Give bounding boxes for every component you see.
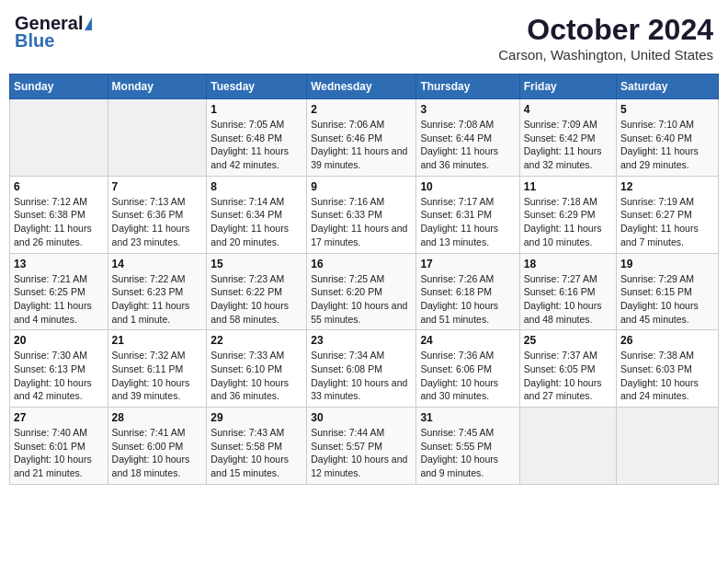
day-number: 27 xyxy=(14,411,104,424)
day-detail: Sunrise: 7:18 AM Sunset: 6:29 PM Dayligh… xyxy=(524,195,612,249)
day-number: 23 xyxy=(311,334,412,347)
calendar-cell: 25Sunrise: 7:37 AM Sunset: 6:05 PM Dayli… xyxy=(519,330,616,408)
day-number: 28 xyxy=(112,411,203,424)
calendar-cell: 26Sunrise: 7:38 AM Sunset: 6:03 PM Dayli… xyxy=(617,330,719,408)
calendar-cell: 4Sunrise: 7:09 AM Sunset: 6:42 PM Daylig… xyxy=(519,99,616,177)
day-detail: Sunrise: 7:26 AM Sunset: 6:18 PM Dayligh… xyxy=(420,272,515,327)
week-row-4: 20Sunrise: 7:30 AM Sunset: 6:13 PM Dayli… xyxy=(10,330,719,408)
day-number: 3 xyxy=(420,103,515,116)
day-number: 21 xyxy=(112,334,203,347)
calendar-cell: 16Sunrise: 7:25 AM Sunset: 6:20 PM Dayli… xyxy=(307,253,416,330)
day-number: 17 xyxy=(420,258,515,270)
day-detail: Sunrise: 7:44 AM Sunset: 5:57 PM Dayligh… xyxy=(311,426,412,480)
day-detail: Sunrise: 7:29 AM Sunset: 6:15 PM Dayligh… xyxy=(620,272,714,327)
title-block: October 2024 Carson, Washington, United … xyxy=(498,13,713,63)
day-number: 25 xyxy=(524,334,612,347)
day-number: 31 xyxy=(420,411,515,424)
day-number: 4 xyxy=(524,103,612,116)
day-detail: Sunrise: 7:32 AM Sunset: 6:11 PM Dayligh… xyxy=(112,349,203,403)
day-detail: Sunrise: 7:12 AM Sunset: 6:38 PM Dayligh… xyxy=(14,195,104,249)
day-number: 24 xyxy=(420,334,515,347)
logo-triangle-icon xyxy=(85,17,92,30)
day-detail: Sunrise: 7:40 AM Sunset: 6:01 PM Dayligh… xyxy=(14,426,104,480)
calendar-cell xyxy=(519,408,616,485)
header-day-friday: Friday xyxy=(519,75,616,99)
page-header: General Blue October 2024 Carson, Washin… xyxy=(9,9,719,66)
day-number: 6 xyxy=(14,180,104,193)
day-detail: Sunrise: 7:38 AM Sunset: 6:03 PM Dayligh… xyxy=(620,349,714,403)
calendar-cell: 23Sunrise: 7:34 AM Sunset: 6:08 PM Dayli… xyxy=(307,330,416,408)
day-detail: Sunrise: 7:27 AM Sunset: 6:16 PM Dayligh… xyxy=(524,272,612,327)
day-detail: Sunrise: 7:25 AM Sunset: 6:20 PM Dayligh… xyxy=(311,272,412,327)
day-number: 13 xyxy=(14,258,104,270)
day-detail: Sunrise: 7:36 AM Sunset: 6:06 PM Dayligh… xyxy=(420,349,515,403)
day-detail: Sunrise: 7:30 AM Sunset: 6:13 PM Dayligh… xyxy=(14,349,104,403)
week-row-5: 27Sunrise: 7:40 AM Sunset: 6:01 PM Dayli… xyxy=(10,408,719,485)
day-detail: Sunrise: 7:22 AM Sunset: 6:23 PM Dayligh… xyxy=(112,272,203,327)
calendar-cell: 19Sunrise: 7:29 AM Sunset: 6:15 PM Dayli… xyxy=(617,253,719,330)
header-day-tuesday: Tuesday xyxy=(207,75,307,99)
day-detail: Sunrise: 7:06 AM Sunset: 6:46 PM Dayligh… xyxy=(311,118,412,172)
calendar-cell: 13Sunrise: 7:21 AM Sunset: 6:25 PM Dayli… xyxy=(10,253,108,330)
week-row-1: 1Sunrise: 7:05 AM Sunset: 6:48 PM Daylig… xyxy=(10,99,719,177)
logo: General Blue xyxy=(15,13,92,52)
calendar-cell: 8Sunrise: 7:14 AM Sunset: 6:34 PM Daylig… xyxy=(207,176,307,253)
calendar-cell: 2Sunrise: 7:06 AM Sunset: 6:46 PM Daylig… xyxy=(307,99,416,177)
day-detail: Sunrise: 7:08 AM Sunset: 6:44 PM Dayligh… xyxy=(420,118,515,172)
day-number: 14 xyxy=(112,258,203,270)
day-detail: Sunrise: 7:13 AM Sunset: 6:36 PM Dayligh… xyxy=(112,195,203,249)
day-number: 5 xyxy=(620,103,714,116)
day-detail: Sunrise: 7:43 AM Sunset: 5:58 PM Dayligh… xyxy=(210,426,302,480)
calendar-cell: 24Sunrise: 7:36 AM Sunset: 6:06 PM Dayli… xyxy=(416,330,519,408)
calendar-cell: 7Sunrise: 7:13 AM Sunset: 6:36 PM Daylig… xyxy=(108,176,207,253)
calendar-cell: 12Sunrise: 7:19 AM Sunset: 6:27 PM Dayli… xyxy=(617,176,719,253)
day-number: 18 xyxy=(524,258,612,270)
day-number: 7 xyxy=(112,180,203,193)
calendar-cell: 18Sunrise: 7:27 AM Sunset: 6:16 PM Dayli… xyxy=(519,253,616,330)
day-number: 26 xyxy=(620,334,714,347)
logo-blue: Blue xyxy=(15,30,54,52)
page-subtitle: Carson, Washington, United States xyxy=(498,47,713,63)
calendar-cell: 15Sunrise: 7:23 AM Sunset: 6:22 PM Dayli… xyxy=(207,253,307,330)
day-number: 1 xyxy=(210,103,302,116)
header-day-wednesday: Wednesday xyxy=(307,75,416,99)
calendar-cell: 10Sunrise: 7:17 AM Sunset: 6:31 PM Dayli… xyxy=(416,176,519,253)
calendar-cell xyxy=(108,99,207,177)
calendar-cell: 1Sunrise: 7:05 AM Sunset: 6:48 PM Daylig… xyxy=(207,99,307,177)
day-number: 22 xyxy=(210,334,302,347)
calendar-cell: 29Sunrise: 7:43 AM Sunset: 5:58 PM Dayli… xyxy=(207,408,307,485)
header-day-monday: Monday xyxy=(108,75,207,99)
day-number: 19 xyxy=(620,258,714,270)
header-day-saturday: Saturday xyxy=(617,75,719,99)
calendar-cell: 31Sunrise: 7:45 AM Sunset: 5:55 PM Dayli… xyxy=(416,408,519,485)
day-detail: Sunrise: 7:10 AM Sunset: 6:40 PM Dayligh… xyxy=(620,118,714,172)
calendar-cell: 22Sunrise: 7:33 AM Sunset: 6:10 PM Dayli… xyxy=(207,330,307,408)
day-detail: Sunrise: 7:23 AM Sunset: 6:22 PM Dayligh… xyxy=(210,272,302,327)
week-row-2: 6Sunrise: 7:12 AM Sunset: 6:38 PM Daylig… xyxy=(10,176,719,253)
day-detail: Sunrise: 7:16 AM Sunset: 6:33 PM Dayligh… xyxy=(311,195,412,249)
day-detail: Sunrise: 7:37 AM Sunset: 6:05 PM Dayligh… xyxy=(524,349,612,403)
day-number: 11 xyxy=(524,180,612,193)
calendar-cell xyxy=(10,99,108,177)
calendar-cell: 28Sunrise: 7:41 AM Sunset: 6:00 PM Dayli… xyxy=(108,408,207,485)
calendar-cell xyxy=(617,408,719,485)
day-detail: Sunrise: 7:05 AM Sunset: 6:48 PM Dayligh… xyxy=(210,118,302,172)
day-number: 15 xyxy=(210,258,302,270)
day-number: 20 xyxy=(14,334,104,347)
header-day-sunday: Sunday xyxy=(10,75,108,99)
calendar-cell: 21Sunrise: 7:32 AM Sunset: 6:11 PM Dayli… xyxy=(108,330,207,408)
day-detail: Sunrise: 7:33 AM Sunset: 6:10 PM Dayligh… xyxy=(210,349,302,403)
day-number: 8 xyxy=(210,180,302,193)
day-detail: Sunrise: 7:09 AM Sunset: 6:42 PM Dayligh… xyxy=(524,118,612,172)
calendar-table: SundayMondayTuesdayWednesdayThursdayFrid… xyxy=(9,74,719,485)
day-detail: Sunrise: 7:17 AM Sunset: 6:31 PM Dayligh… xyxy=(420,195,515,249)
header-day-thursday: Thursday xyxy=(416,75,519,99)
calendar-header: SundayMondayTuesdayWednesdayThursdayFrid… xyxy=(10,75,719,99)
day-number: 9 xyxy=(311,180,412,193)
page-title: October 2024 xyxy=(498,13,713,47)
day-number: 30 xyxy=(311,411,412,424)
calendar-cell: 11Sunrise: 7:18 AM Sunset: 6:29 PM Dayli… xyxy=(519,176,616,253)
day-detail: Sunrise: 7:41 AM Sunset: 6:00 PM Dayligh… xyxy=(112,426,203,480)
week-row-3: 13Sunrise: 7:21 AM Sunset: 6:25 PM Dayli… xyxy=(10,253,719,330)
day-detail: Sunrise: 7:21 AM Sunset: 6:25 PM Dayligh… xyxy=(14,272,104,327)
